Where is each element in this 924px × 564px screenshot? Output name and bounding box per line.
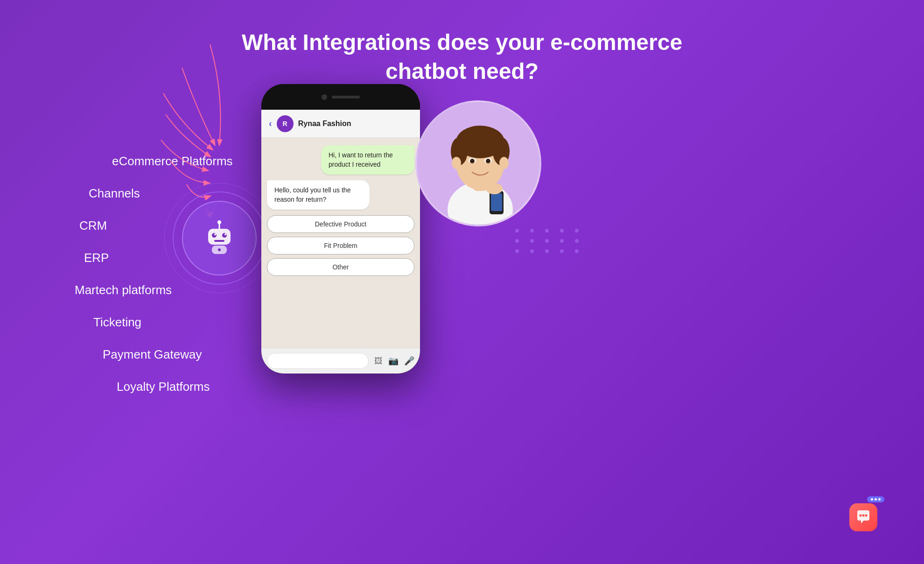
svg-point-26: [486, 183, 503, 194]
dot: [545, 249, 549, 253]
option-other[interactable]: Other: [267, 258, 414, 276]
dot: [515, 229, 519, 233]
mic-icon[interactable]: 🎤: [404, 356, 414, 366]
dot: [560, 249, 564, 253]
phone-notch: [261, 84, 420, 110]
svg-point-22: [470, 159, 475, 163]
dot: [530, 229, 534, 233]
brand-avatar: R: [277, 115, 294, 132]
user-message: Hi, I want to return the product I recei…: [321, 145, 414, 175]
dot: [560, 239, 564, 243]
dot: [575, 229, 579, 233]
svg-point-28: [862, 515, 865, 517]
back-arrow-icon[interactable]: ‹: [269, 118, 272, 129]
svg-point-19: [499, 157, 509, 169]
dot: [530, 249, 534, 253]
dot: [545, 229, 549, 233]
notch: [310, 91, 371, 104]
phone-container: ‹ R Rynaa Fashion Hi, I want to return t…: [261, 84, 420, 374]
svg-point-27: [860, 515, 862, 517]
dots-grid: [515, 229, 583, 253]
chat-text-input[interactable]: [267, 353, 369, 369]
chat-bubble-icon: [855, 509, 871, 525]
label-loyalty-platforms: Loyalty Platforms: [117, 380, 233, 394]
speaker-bar: [332, 96, 360, 99]
camera-icon[interactable]: 📷: [388, 356, 399, 366]
chat-widget-notification: [867, 496, 884, 502]
page-title: What Integrations does your e-commerce c…: [242, 28, 682, 86]
chat-input-bar: 🖼 📷 🎤: [261, 348, 420, 374]
person-svg: [417, 102, 541, 226]
label-payment-gateway: Payment Gateway: [103, 347, 233, 362]
camera-dot: [322, 94, 327, 100]
chat-widget-icon[interactable]: [849, 503, 877, 531]
person-photo: [415, 100, 541, 226]
svg-point-18: [452, 157, 461, 169]
svg-point-23: [486, 159, 490, 163]
label-ecommerce-platforms: eCommerce Platforms: [112, 154, 233, 169]
dot: [515, 239, 519, 243]
chat-widget[interactable]: [849, 503, 882, 536]
robot-ring-inner: [173, 191, 266, 285]
dot2: [875, 498, 877, 501]
bot-message: Hello, could you tell us the reason for …: [267, 180, 370, 210]
dot: [545, 239, 549, 243]
dot: [575, 239, 579, 243]
chat-header: ‹ R Rynaa Fashion: [261, 110, 420, 138]
chat-body: Hi, I want to return the product I recei…: [261, 138, 420, 348]
chat-options: Defective Product Fit Problem Other: [267, 215, 414, 276]
dot: [515, 249, 519, 253]
svg-point-29: [865, 515, 868, 517]
svg-rect-25: [491, 193, 502, 211]
phone-frame: ‹ R Rynaa Fashion Hi, I want to return t…: [261, 84, 420, 374]
label-ticketing: Ticketing: [93, 315, 233, 330]
dot1: [871, 498, 873, 501]
brand-name: Rynaa Fashion: [298, 120, 351, 128]
option-fit-problem[interactable]: Fit Problem: [267, 237, 414, 254]
image-icon[interactable]: 🖼: [374, 356, 383, 366]
dot: [560, 229, 564, 233]
robot-icon-container: [182, 201, 257, 275]
dot: [575, 249, 579, 253]
dot: [530, 239, 534, 243]
dot3: [878, 498, 881, 501]
option-defective-product[interactable]: Defective Product: [267, 215, 414, 233]
